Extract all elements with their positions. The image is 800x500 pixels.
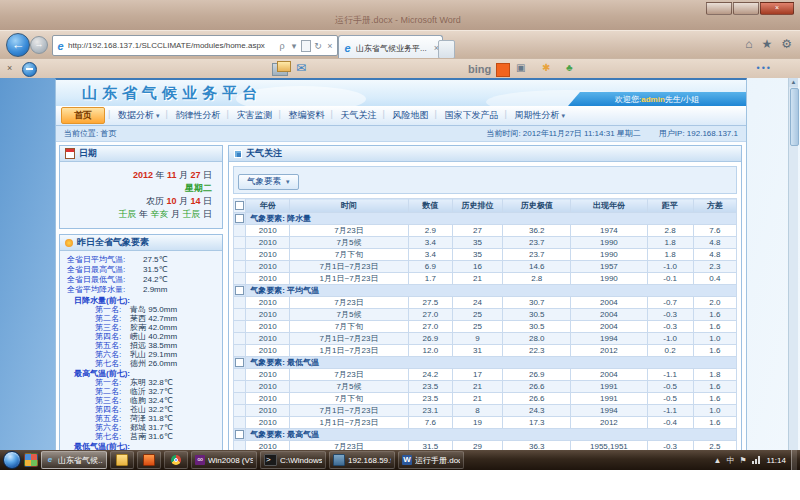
more-options[interactable]: ••• xyxy=(757,63,772,73)
plant-icon[interactable]: ♣ xyxy=(566,62,573,73)
chevron-down-icon[interactable]: ▾ xyxy=(289,41,299,51)
taskbar-button-cmd[interactable]: >C:\Windows\s... xyxy=(260,451,326,469)
taskbar-button-media[interactable] xyxy=(137,451,161,469)
compatibility-view-icon[interactable] xyxy=(301,40,311,52)
element-filter-button[interactable]: 气象要素 ▾ xyxy=(238,174,299,190)
action-center-flag-icon[interactable]: ⚑ xyxy=(739,456,746,465)
address-bar[interactable]: e http://192.168.137.1/SLCCLIMATE/module… xyxy=(52,35,338,56)
column-header: 时间 xyxy=(290,199,408,213)
system-tray: ▲ 中 ⚑ 11:14 xyxy=(713,455,788,466)
home-icon[interactable]: ⌂ xyxy=(745,37,752,51)
chrome-icon xyxy=(171,455,181,465)
show-hidden-icons[interactable]: ▲ xyxy=(713,456,721,465)
taskbar-button-chrome[interactable] xyxy=(164,451,188,469)
section-row[interactable]: 气象要素: 最低气温 xyxy=(234,357,737,369)
table-row: 20107月1日~7月23日6.91614.61957-1.02.3 xyxy=(234,261,737,273)
bing-logo[interactable]: bing xyxy=(468,63,491,75)
nav-item-1[interactable]: 数据分析▾ xyxy=(110,107,168,124)
table-header-row: 年份时间数值历史排位历史极值出现年份距平方差 xyxy=(234,199,737,213)
table-row: 20107月23日2.92736.219742.87.6 xyxy=(234,225,737,237)
nav-item-2[interactable]: 韵律性分析 xyxy=(168,107,229,124)
new-tab-button[interactable] xyxy=(438,40,455,59)
back-button[interactable]: ← xyxy=(6,33,30,57)
nav-item-3[interactable]: 灾害监测 xyxy=(229,107,281,124)
checkbox[interactable] xyxy=(235,430,244,439)
checkbox[interactable] xyxy=(235,286,244,295)
table-row: 20107月下旬27.02530.52004-0.31.6 xyxy=(234,321,737,333)
tab-favicon: e xyxy=(342,42,353,54)
paw-icon[interactable]: ✱ xyxy=(542,62,550,73)
browser-tab[interactable]: e 山东省气候业务平... × xyxy=(338,35,443,60)
close-button[interactable]: × xyxy=(760,2,794,15)
scrollbar-thumb[interactable] xyxy=(790,88,799,146)
taskbar-button-folder[interactable] xyxy=(110,451,134,469)
refresh-icon[interactable]: ↻ xyxy=(313,41,323,51)
search-icon[interactable]: ρ xyxy=(277,41,287,51)
weather-focus-header: 天气关注 xyxy=(229,146,741,162)
section-title: 气象要素: 平均气温 xyxy=(246,285,737,297)
date-panel-header: 日期 xyxy=(60,146,222,162)
checkbox[interactable] xyxy=(235,201,244,210)
section-row[interactable]: 气象要素: 降水量 xyxy=(234,213,737,225)
toolbar-close-icon[interactable]: × xyxy=(7,63,12,73)
forward-button[interactable]: → xyxy=(30,36,48,54)
camera-icon[interactable]: ▣ xyxy=(516,62,525,73)
ie-favicon: e xyxy=(55,40,66,52)
section-row[interactable]: 气象要素: 最高气温 xyxy=(234,429,737,441)
mail-icon[interactable]: ✉ xyxy=(296,61,306,75)
tools-gear-icon[interactable]: ⚙ xyxy=(781,37,792,51)
weather-focus-panel: 天气关注 气象要素 ▾ 年份时间数值历史排位历史极值出现年份距平方差气象要素: … xyxy=(228,145,742,470)
page-scrollbar[interactable]: ▲ ▼ xyxy=(788,78,798,470)
word-icon: W xyxy=(402,455,412,465)
element-filter-label: 气象要素 xyxy=(247,176,281,188)
ime-indicator[interactable]: 中 xyxy=(726,455,734,466)
background-window-titlebar: 运行手册.docx - Microsoft Word × xyxy=(0,0,800,30)
taskbar: e山东省气候...∞Win2008 (VS2...>C:\Windows\s..… xyxy=(0,450,800,470)
web-page: 山东省气候业务平台 欢迎您: admin 先生/小姐 首页数据分析▾韵律性分析灾… xyxy=(0,78,800,470)
table-row: 20101月1日~7月23日7.61917.32012-0.41.6 xyxy=(234,417,737,429)
nav-item-0[interactable]: 首页 xyxy=(61,107,105,124)
cmd-icon: > xyxy=(264,454,277,466)
toolbar-app-icon[interactable] xyxy=(22,62,37,77)
page-container: 山东省气候业务平台 欢迎您: admin 先生/小姐 首页数据分析▾韵律性分析灾… xyxy=(55,78,747,470)
checkbox[interactable] xyxy=(235,358,244,367)
scroll-up-icon[interactable]: ▲ xyxy=(789,78,798,87)
stop-icon[interactable]: × xyxy=(325,41,335,51)
taskbar-button-vs[interactable]: ∞Win2008 (VS2... xyxy=(191,451,257,469)
show-desktop-button[interactable] xyxy=(791,450,797,470)
checkbox[interactable] xyxy=(235,214,244,223)
taskbar-button-remote[interactable]: 192.168.59.99... xyxy=(329,451,395,469)
site-title: 山东省气候业务平台 xyxy=(82,84,262,103)
welcome-text: admin xyxy=(641,95,665,104)
date-panel-title: 日期 xyxy=(79,147,97,160)
rank-item: 第四名:苍山 32.2℃ xyxy=(67,405,220,414)
favorites-star-icon[interactable]: ★ xyxy=(761,37,772,51)
start-button[interactable] xyxy=(3,451,21,469)
rank-item: 第一名:东明 32.8℃ xyxy=(67,378,220,387)
weather-panel-title: 昨日全省气象要素 xyxy=(77,236,149,249)
weather-panel-header: 昨日全省气象要素 xyxy=(60,235,222,251)
table-row: 20107月1日~7月23日26.9928.01994-1.01.0 xyxy=(234,333,737,345)
taskbar-clock[interactable]: 11:14 xyxy=(767,456,786,465)
table-row: 20107月23日24.21726.92004-1.11.8 xyxy=(234,369,737,381)
background-window-title: 运行手册.docx - Microsoft Word xyxy=(335,14,461,27)
minimize-button[interactable] xyxy=(706,2,732,15)
metric-item: 全省平均降水量:2.9mm xyxy=(67,285,220,295)
nav-item-7[interactable]: 国家下发产品 xyxy=(437,107,507,124)
url-input[interactable]: http://192.168.137.1/SLCCLIMATE/modules/… xyxy=(68,41,275,50)
bing-box-icon[interactable] xyxy=(496,63,510,77)
photos-icon[interactable] xyxy=(272,63,288,76)
weather-elements-panel: 昨日全省气象要素 全省日平均气温:27.5℃全省日最高气温:31.5℃全省日最低… xyxy=(59,234,223,470)
maximize-button[interactable] xyxy=(733,2,759,15)
taskbar-button-ie[interactable]: e山东省气候... xyxy=(41,451,107,469)
taskbar-button-word[interactable]: W运行手册.docx -... xyxy=(398,451,464,469)
metric-item: 全省日平均气温:27.5℃ xyxy=(67,255,220,265)
network-icon[interactable] xyxy=(752,456,760,464)
section-row[interactable]: 气象要素: 平均气温 xyxy=(234,285,737,297)
nav-item-4[interactable]: 整编资料 xyxy=(281,107,333,124)
nav-item-5[interactable]: 天气关注 xyxy=(333,107,385,124)
nav-item-8[interactable]: 周期性分析▾ xyxy=(507,107,574,124)
nav-item-6[interactable]: 风险地图 xyxy=(385,107,437,124)
welcome-text: 先生/小姐 xyxy=(665,94,699,105)
quick-launch-icon[interactable] xyxy=(24,453,38,467)
